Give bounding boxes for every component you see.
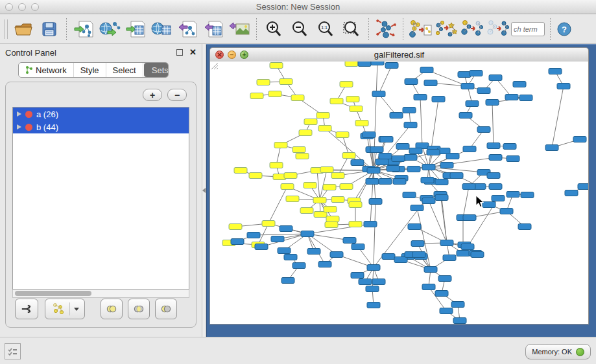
graph-node-blue[interactable] xyxy=(367,168,380,174)
resize-grip-icon[interactable] xyxy=(210,62,219,70)
graph-node-blue[interactable] xyxy=(424,80,437,86)
graph-node-blue[interactable] xyxy=(307,249,320,255)
graph-node-blue[interactable] xyxy=(358,62,371,67)
list-item-set-b[interactable]: b (44) xyxy=(13,120,189,133)
list-item-set-a[interactable]: a (26) xyxy=(13,108,189,120)
graph-node-blue[interactable] xyxy=(343,238,356,244)
create-set-combo-button[interactable] xyxy=(45,299,85,319)
graph-node-blue[interactable] xyxy=(519,95,532,101)
graph-node-blue[interactable] xyxy=(422,198,435,204)
graph-node-blue[interactable] xyxy=(351,160,364,166)
graph-node-blue[interactable] xyxy=(367,265,380,271)
graph-node-blue[interactable] xyxy=(422,165,435,170)
graph-node-blue[interactable] xyxy=(505,95,518,100)
graph-node-blue[interactable] xyxy=(503,144,516,150)
union-sets-button[interactable] xyxy=(101,299,123,319)
graph-node-blue[interactable] xyxy=(457,251,470,256)
graph-node-yellow[interactable] xyxy=(349,202,362,208)
graph-node-yellow[interactable] xyxy=(250,93,263,99)
graph-node-yellow[interactable] xyxy=(286,196,299,202)
graph-node-blue[interactable] xyxy=(545,145,558,151)
graph-node-blue[interactable] xyxy=(487,143,500,149)
graph-node-blue[interactable] xyxy=(513,82,526,87)
tab-style[interactable]: Style xyxy=(74,63,106,77)
open-file-button[interactable] xyxy=(10,17,36,41)
graph-node-blue[interactable] xyxy=(500,209,513,214)
graph-node-blue[interactable] xyxy=(557,84,570,89)
graph-node-blue[interactable] xyxy=(440,163,453,168)
graph-node-blue[interactable] xyxy=(271,236,284,242)
graph-node-yellow[interactable] xyxy=(355,120,368,126)
difference-sets-button[interactable] xyxy=(155,299,177,319)
first-neighbors-button[interactable] xyxy=(433,17,459,41)
graph-node-blue[interactable] xyxy=(477,127,490,133)
graph-node-blue[interactable] xyxy=(440,240,453,246)
graph-node-blue[interactable] xyxy=(393,179,406,185)
graph-node-blue[interactable] xyxy=(421,177,434,183)
zoom-selected-button[interactable] xyxy=(339,17,364,41)
graph-node-yellow[interactable] xyxy=(234,168,247,174)
graph-node-blue[interactable] xyxy=(280,226,292,232)
help-button[interactable]: ? xyxy=(554,17,574,41)
graph-node-yellow[interactable] xyxy=(340,82,353,87)
graph-node-blue[interactable] xyxy=(483,202,495,208)
graph-node-blue[interactable] xyxy=(565,190,578,196)
graph-node-yellow[interactable] xyxy=(345,62,358,67)
close-panel-icon[interactable]: ✕ xyxy=(189,49,197,56)
graph-node-blue[interactable] xyxy=(458,72,471,78)
graph-node-blue[interactable] xyxy=(292,263,305,269)
graph-node-blue[interactable] xyxy=(367,302,380,308)
graph-node-yellow[interactable] xyxy=(270,163,283,168)
graph-node-blue[interactable] xyxy=(392,156,405,162)
graph-node-blue[interactable] xyxy=(351,273,364,279)
float-window-icon[interactable] xyxy=(176,49,183,56)
graph-node-yellow[interactable] xyxy=(320,167,333,173)
graph-node-yellow[interactable] xyxy=(342,153,355,159)
export-image-button[interactable] xyxy=(226,17,252,41)
graph-node-blue[interactable] xyxy=(382,254,395,260)
graph-node-blue[interactable] xyxy=(435,291,448,297)
network-from-selection-button[interactable] xyxy=(407,17,433,41)
graph-node-blue[interactable] xyxy=(379,154,392,159)
graph-node-blue[interactable] xyxy=(387,166,399,172)
graph-node-blue[interactable] xyxy=(375,159,388,165)
graph-node-blue[interactable] xyxy=(453,318,466,324)
graph-node-blue[interactable] xyxy=(370,147,383,153)
panel-splitter[interactable] xyxy=(202,44,206,337)
graph-node-blue[interactable] xyxy=(422,284,435,290)
graph-node-blue[interactable] xyxy=(470,71,483,76)
graph-node-blue[interactable] xyxy=(396,144,409,150)
graph-node-blue[interactable] xyxy=(255,244,268,250)
graph-node-blue[interactable] xyxy=(371,62,384,65)
graph-node-blue[interactable] xyxy=(411,241,424,247)
graph-node-blue[interactable] xyxy=(463,215,476,221)
graph-node-yellow[interactable] xyxy=(346,97,359,102)
graph-node-blue[interactable] xyxy=(284,255,297,260)
collapse-panel-icon[interactable] xyxy=(202,188,206,193)
graph-node-blue[interactable] xyxy=(427,150,440,155)
save-session-button[interactable] xyxy=(36,17,62,41)
split-sets-button[interactable] xyxy=(15,299,38,319)
graph-node-yellow[interactable] xyxy=(292,147,305,153)
graph-node-blue[interactable] xyxy=(411,205,423,211)
graph-node-blue[interactable] xyxy=(318,262,331,267)
toolbar-drag-handle[interactable] xyxy=(4,19,8,39)
graph-node-yellow[interactable] xyxy=(323,185,336,190)
graph-node-blue[interactable] xyxy=(463,146,476,152)
tab-network[interactable]: Network xyxy=(19,63,74,77)
graph-node-yellow[interactable] xyxy=(268,91,281,97)
tab-sets[interactable]: Sets xyxy=(144,63,169,77)
graph-node-blue[interactable] xyxy=(407,166,420,172)
graph-node-blue[interactable] xyxy=(352,244,364,250)
graph-node-blue[interactable] xyxy=(492,196,505,201)
graph-node-blue[interactable] xyxy=(471,252,484,258)
graph-node-blue[interactable] xyxy=(507,192,519,198)
graph-node-blue[interactable] xyxy=(461,84,474,89)
graph-node-blue[interactable] xyxy=(359,279,372,285)
graph-node-blue[interactable] xyxy=(451,302,464,308)
graph-node-blue[interactable] xyxy=(420,67,433,73)
graph-node-blue[interactable] xyxy=(330,252,343,258)
graph-node-blue[interactable] xyxy=(424,267,437,273)
graph-node-blue[interactable] xyxy=(549,69,562,74)
graph-node-blue[interactable] xyxy=(477,88,490,94)
